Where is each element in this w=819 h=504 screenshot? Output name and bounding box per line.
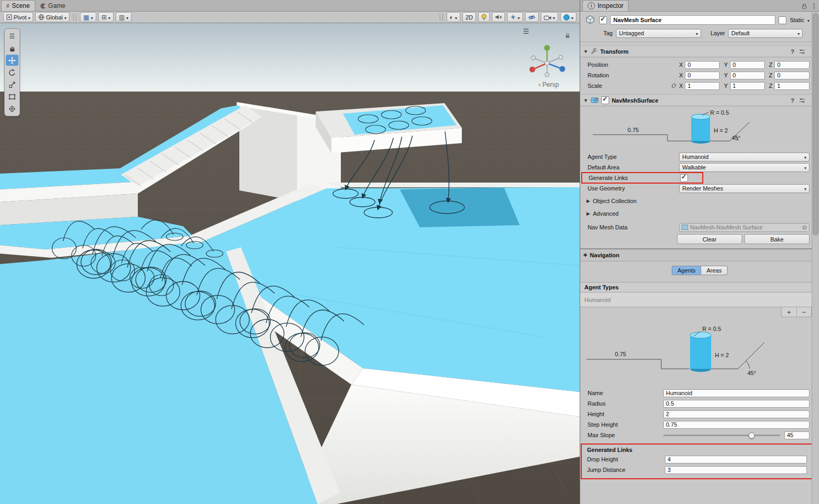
agents-tab[interactable]: Agents <box>672 266 701 275</box>
generate-links-checkbox[interactable] <box>680 174 688 182</box>
position-z-field[interactable]: 0 <box>774 61 810 69</box>
areas-tab[interactable]: Areas <box>701 266 727 275</box>
object-picker-icon[interactable] <box>802 224 807 231</box>
navmeshsurface-header[interactable]: ▼ NavMeshSurface <box>580 94 819 106</box>
scale-x-field[interactable]: 1 <box>685 82 720 90</box>
scale-row: Scale X1 Y1 Z1 <box>580 80 819 91</box>
default-area-dropdown[interactable]: Walkable <box>679 163 810 172</box>
gameobject-active-checkbox[interactable] <box>599 16 607 24</box>
hamburger-icon <box>9 33 15 40</box>
add-agent-button[interactable]: + <box>782 307 797 317</box>
rotate-tool-button[interactable] <box>6 67 18 78</box>
rect-tool-button[interactable] <box>6 91 18 102</box>
foldout-open-icon[interactable]: ▼ <box>583 98 588 103</box>
foldout-open-icon[interactable]: ▼ <box>583 49 588 54</box>
diagram-step-label: 0.75 <box>628 127 639 133</box>
view-tool-button[interactable] <box>6 43 18 54</box>
scene-audio-button[interactable] <box>492 12 505 22</box>
gizmo-lock[interactable] <box>565 33 570 38</box>
name-row: Name Humanoid <box>580 388 819 398</box>
agent-type-diagram: 0.75 R = 0.5 H = 2 45° <box>582 322 816 382</box>
default-area-label: Default Area <box>588 164 679 170</box>
slider-knob[interactable] <box>749 432 755 439</box>
scale-tool-button[interactable] <box>6 79 18 90</box>
help-icon[interactable] <box>791 97 794 104</box>
constrain-proportions-icon[interactable] <box>671 83 677 89</box>
nav-mesh-data-field[interactable]: NavMesh-NavMesh Surface <box>679 223 810 232</box>
jump-distance-field[interactable]: 3 <box>665 466 807 474</box>
tab-scene[interactable]: Scene <box>1 0 35 11</box>
orientation-gizmo[interactable]: ‹ Persp <box>525 42 572 88</box>
presets-icon[interactable] <box>799 49 805 54</box>
caret-down-icon <box>455 14 457 21</box>
tab-game[interactable]: Game <box>35 1 70 11</box>
gameobject-name-field[interactable]: NavMesh Surface <box>610 15 775 25</box>
navigation-header[interactable]: Navigation <box>580 248 819 261</box>
presets-icon[interactable] <box>799 98 805 103</box>
camera-overlay-menu[interactable] <box>523 27 529 35</box>
position-y-field[interactable]: 0 <box>730 61 765 69</box>
scene-tab-icon <box>6 3 9 9</box>
transform-header[interactable]: ▼ Transform <box>580 45 819 57</box>
help-icon[interactable] <box>791 48 794 55</box>
agent-type-list-item[interactable]: Humanoid <box>584 297 611 303</box>
radius-label: Radius <box>588 400 663 407</box>
effects-button[interactable] <box>507 12 523 22</box>
name-field[interactable]: Humanoid <box>663 389 810 397</box>
diagram-radius-label: R = 0.5 <box>710 109 729 116</box>
caret-down-icon <box>126 14 128 21</box>
radius-field[interactable]: 0.5 <box>663 400 810 408</box>
max-slope-field[interactable]: 45 <box>784 431 810 439</box>
scale-z-field[interactable]: 1 <box>774 82 810 90</box>
pivot-label: Pivot <box>14 14 26 21</box>
static-checkbox[interactable] <box>778 16 786 24</box>
inspector-scrollbar[interactable] <box>812 12 819 504</box>
component-enabled-checkbox[interactable] <box>601 96 609 104</box>
inspector-menu-icon[interactable] <box>811 3 817 9</box>
object-collection-foldout[interactable]: ▶ Object Collection <box>580 196 819 206</box>
layer-dropdown[interactable]: Default <box>728 29 803 38</box>
2d-toggle-button[interactable]: 2D <box>462 12 476 22</box>
tag-label: Tag <box>603 30 613 36</box>
tag-dropdown[interactable]: Untagged <box>616 29 701 38</box>
scene-visibility-button[interactable] <box>525 12 539 22</box>
agent-type-dropdown[interactable]: Humanoid <box>679 153 810 162</box>
max-slope-slider[interactable] <box>663 431 780 439</box>
move-tool-button[interactable] <box>6 55 18 66</box>
agent-settings-diagram: 0.75 R = 0.5 H = 2 45° <box>582 107 814 147</box>
grid-visibility-button[interactable] <box>80 12 96 22</box>
overlay-menu-button[interactable] <box>6 31 18 42</box>
transform-tool-button[interactable] <box>6 103 18 114</box>
scene-lighting-button[interactable] <box>478 12 490 22</box>
gizmos-button[interactable] <box>560 12 577 22</box>
position-x-field[interactable]: 0 <box>685 61 720 69</box>
camera-settings-button[interactable] <box>541 12 558 22</box>
snap-increment-button[interactable] <box>116 12 132 22</box>
handle-rotation-button[interactable]: Global <box>35 12 69 22</box>
rotation-x-field[interactable]: 0 <box>685 72 720 79</box>
scrollbar-thumb[interactable] <box>813 13 818 235</box>
pivot-mode-button[interactable]: Pivot <box>3 12 33 22</box>
scene-viewport[interactable]: ‹ Persp <box>0 23 580 504</box>
bake-button[interactable]: Bake <box>744 234 810 244</box>
lock-icon[interactable] <box>802 3 807 9</box>
tab-inspector[interactable]: Inspector <box>582 0 629 11</box>
draw-mode-button[interactable] <box>447 12 460 22</box>
clear-button[interactable]: Clear <box>677 234 742 244</box>
height-field[interactable]: 2 <box>663 410 810 418</box>
advanced-foldout[interactable]: ▶ Advanced <box>580 208 819 219</box>
scene-tool-strip <box>4 28 20 116</box>
use-geometry-dropdown[interactable]: Render Meshes <box>679 184 810 193</box>
remove-agent-button[interactable]: − <box>797 307 812 317</box>
grid-snap-button[interactable] <box>98 12 114 22</box>
static-flags-caret[interactable] <box>807 17 810 23</box>
scale-y-field[interactable]: 1 <box>730 82 765 90</box>
slider-track[interactable] <box>663 435 780 436</box>
rotation-y-field[interactable]: 0 <box>730 72 765 79</box>
grid-icon <box>83 14 89 21</box>
projection-label[interactable]: ‹ Persp <box>525 81 572 88</box>
step-height-field[interactable]: 0.75 <box>663 421 810 429</box>
rotation-z-field[interactable]: 0 <box>774 72 810 79</box>
drop-height-label: Drop Height <box>587 456 665 462</box>
drop-height-field[interactable]: 4 <box>665 456 807 463</box>
